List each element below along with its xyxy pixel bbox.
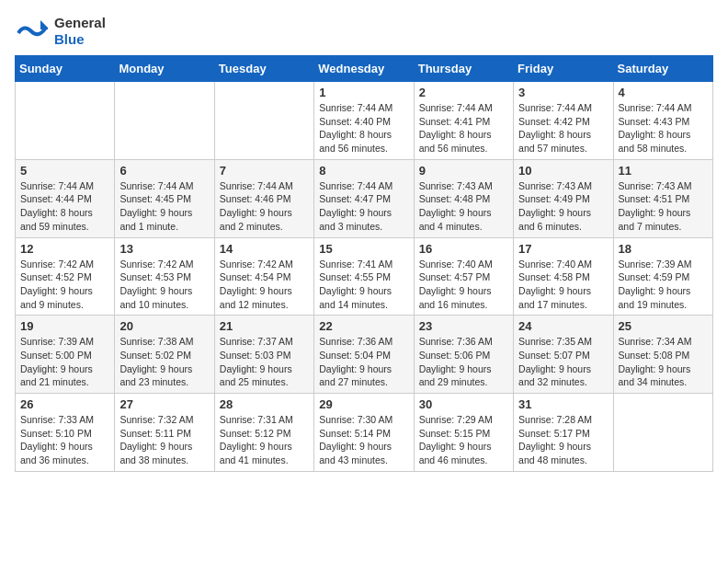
header-day-saturday: Saturday [613, 56, 712, 82]
day-number: 5 [20, 164, 109, 178]
day-number: 23 [419, 319, 508, 333]
day-info: Sunrise: 7:42 AMSunset: 4:54 PMDaylight:… [220, 258, 309, 312]
day-number: 29 [319, 397, 408, 411]
day-info: Sunrise: 7:31 AMSunset: 5:12 PMDaylight:… [220, 413, 309, 467]
day-cell: 1Sunrise: 7:44 AMSunset: 4:40 PMDaylight… [314, 82, 414, 160]
header-row: SundayMondayTuesdayWednesdayThursdayFrid… [16, 56, 713, 82]
day-info: Sunrise: 7:30 AMSunset: 5:14 PMDaylight:… [319, 413, 408, 467]
day-number: 6 [119, 164, 209, 178]
day-info: Sunrise: 7:43 AMSunset: 4:48 PMDaylight:… [419, 179, 508, 234]
day-cell: 19Sunrise: 7:39 AMSunset: 5:00 PMDayligh… [16, 316, 115, 394]
day-cell: 10Sunrise: 7:43 AMSunset: 4:49 PMDayligh… [514, 159, 613, 237]
day-number: 14 [220, 242, 309, 256]
day-number: 7 [220, 164, 309, 178]
day-cell: 27Sunrise: 7:32 AMSunset: 5:11 PMDayligh… [115, 394, 214, 472]
svg-marker-1 [40, 20, 48, 29]
day-info: Sunrise: 7:43 AMSunset: 4:49 PMDaylight:… [518, 179, 608, 234]
day-number: 26 [20, 397, 109, 411]
day-info: Sunrise: 7:28 AMSunset: 5:17 PMDaylight:… [518, 413, 608, 467]
day-number: 17 [518, 242, 608, 256]
day-number: 9 [419, 164, 508, 178]
day-info: Sunrise: 7:36 AMSunset: 5:04 PMDaylight:… [319, 335, 408, 389]
day-cell: 9Sunrise: 7:43 AMSunset: 4:48 PMDaylight… [414, 159, 513, 237]
day-number: 3 [518, 86, 608, 99]
logo-general: General [54, 15, 106, 31]
header-day-friday: Friday [514, 56, 613, 82]
day-cell: 7Sunrise: 7:44 AMSunset: 4:46 PMDaylight… [214, 159, 313, 237]
header-day-tuesday: Tuesday [214, 56, 313, 82]
day-cell: 14Sunrise: 7:42 AMSunset: 4:54 PMDayligh… [214, 237, 313, 316]
day-number: 19 [20, 319, 109, 333]
day-cell: 25Sunrise: 7:34 AMSunset: 5:08 PMDayligh… [613, 316, 712, 394]
day-cell [115, 82, 214, 160]
day-info: Sunrise: 7:44 AMSunset: 4:44 PMDaylight:… [20, 179, 109, 234]
day-cell: 24Sunrise: 7:35 AMSunset: 5:07 PMDayligh… [514, 316, 613, 394]
day-number: 18 [619, 242, 708, 256]
day-info: Sunrise: 7:44 AMSunset: 4:41 PMDaylight:… [419, 101, 508, 155]
day-cell: 2Sunrise: 7:44 AMSunset: 4:41 PMDaylight… [414, 82, 513, 160]
day-cell: 13Sunrise: 7:42 AMSunset: 4:53 PMDayligh… [115, 237, 214, 316]
calendar-header: SundayMondayTuesdayWednesdayThursdayFrid… [16, 56, 713, 82]
day-number: 22 [319, 319, 408, 333]
day-number: 13 [119, 242, 209, 256]
day-info: Sunrise: 7:44 AMSunset: 4:45 PMDaylight:… [119, 179, 209, 234]
week-row-2: 5Sunrise: 7:44 AMSunset: 4:44 PMDaylight… [16, 159, 713, 237]
day-number: 31 [518, 397, 608, 411]
day-number: 16 [419, 242, 508, 256]
day-cell: 22Sunrise: 7:36 AMSunset: 5:04 PMDayligh… [314, 316, 414, 394]
day-cell: 5Sunrise: 7:44 AMSunset: 4:44 PMDaylight… [16, 159, 115, 237]
day-cell: 8Sunrise: 7:44 AMSunset: 4:47 PMDaylight… [314, 159, 414, 237]
day-info: Sunrise: 7:38 AMSunset: 5:02 PMDaylight:… [119, 335, 209, 389]
day-number: 27 [119, 397, 209, 411]
day-info: Sunrise: 7:37 AMSunset: 5:03 PMDaylight:… [220, 335, 309, 389]
day-cell: 15Sunrise: 7:41 AMSunset: 4:55 PMDayligh… [314, 237, 414, 316]
header-day-monday: Monday [115, 56, 214, 82]
day-cell: 20Sunrise: 7:38 AMSunset: 5:02 PMDayligh… [115, 316, 214, 394]
day-info: Sunrise: 7:40 AMSunset: 4:58 PMDaylight:… [518, 258, 608, 312]
header: GeneralBlue [15, 9, 713, 48]
day-info: Sunrise: 7:36 AMSunset: 5:06 PMDaylight:… [419, 335, 508, 389]
day-cell [613, 394, 712, 472]
day-number: 2 [419, 86, 508, 99]
day-cell: 4Sunrise: 7:44 AMSunset: 4:43 PMDaylight… [613, 82, 712, 160]
day-cell: 17Sunrise: 7:40 AMSunset: 4:58 PMDayligh… [514, 237, 613, 316]
day-info: Sunrise: 7:44 AMSunset: 4:42 PMDaylight:… [518, 101, 608, 155]
header-day-wednesday: Wednesday [314, 56, 414, 82]
day-cell: 23Sunrise: 7:36 AMSunset: 5:06 PMDayligh… [414, 316, 513, 394]
day-number: 15 [319, 242, 408, 256]
day-cell: 6Sunrise: 7:44 AMSunset: 4:45 PMDaylight… [115, 159, 214, 237]
day-number: 25 [619, 319, 708, 333]
day-cell [16, 82, 115, 160]
header-day-sunday: Sunday [16, 56, 115, 82]
day-number: 10 [518, 164, 608, 178]
logo: GeneralBlue [15, 15, 106, 48]
day-cell: 31Sunrise: 7:28 AMSunset: 5:17 PMDayligh… [514, 394, 613, 472]
logo-svg [15, 15, 48, 48]
day-info: Sunrise: 7:44 AMSunset: 4:40 PMDaylight:… [319, 101, 408, 155]
day-cell [214, 82, 313, 160]
day-info: Sunrise: 7:29 AMSunset: 5:15 PMDaylight:… [419, 413, 508, 467]
week-row-5: 26Sunrise: 7:33 AMSunset: 5:10 PMDayligh… [16, 394, 713, 472]
day-info: Sunrise: 7:44 AMSunset: 4:46 PMDaylight:… [220, 179, 309, 234]
calendar-body: 1Sunrise: 7:44 AMSunset: 4:40 PMDaylight… [16, 82, 713, 472]
day-number: 24 [518, 319, 608, 333]
day-cell: 3Sunrise: 7:44 AMSunset: 4:42 PMDaylight… [514, 82, 613, 160]
day-number: 1 [319, 86, 408, 99]
day-info: Sunrise: 7:44 AMSunset: 4:47 PMDaylight:… [319, 179, 408, 234]
day-info: Sunrise: 7:42 AMSunset: 4:52 PMDaylight:… [20, 258, 109, 312]
logo-blue: Blue [54, 31, 106, 48]
day-number: 4 [619, 86, 708, 99]
day-info: Sunrise: 7:44 AMSunset: 4:43 PMDaylight:… [619, 101, 708, 155]
day-number: 12 [20, 242, 109, 256]
day-info: Sunrise: 7:41 AMSunset: 4:55 PMDaylight:… [319, 258, 408, 312]
day-cell: 30Sunrise: 7:29 AMSunset: 5:15 PMDayligh… [414, 394, 513, 472]
day-info: Sunrise: 7:34 AMSunset: 5:08 PMDaylight:… [619, 335, 708, 389]
day-number: 11 [619, 164, 708, 178]
week-row-4: 19Sunrise: 7:39 AMSunset: 5:00 PMDayligh… [16, 316, 713, 394]
header-day-thursday: Thursday [414, 56, 513, 82]
day-info: Sunrise: 7:43 AMSunset: 4:51 PMDaylight:… [619, 179, 708, 234]
week-row-1: 1Sunrise: 7:44 AMSunset: 4:40 PMDaylight… [16, 82, 713, 160]
day-cell: 29Sunrise: 7:30 AMSunset: 5:14 PMDayligh… [314, 394, 414, 472]
day-number: 28 [220, 397, 309, 411]
day-cell: 26Sunrise: 7:33 AMSunset: 5:10 PMDayligh… [16, 394, 115, 472]
